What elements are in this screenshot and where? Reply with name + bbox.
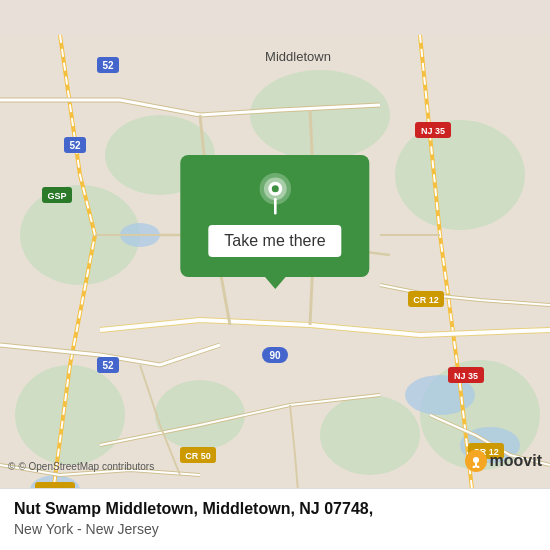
- moovit-logo: moovit: [465, 450, 542, 472]
- svg-text:90: 90: [269, 350, 281, 361]
- attribution: © © OpenStreetMap contributors: [8, 461, 154, 472]
- take-me-there-button[interactable]: Take me there: [208, 225, 341, 257]
- svg-point-6: [320, 395, 420, 475]
- popup-card: Take me there: [180, 155, 369, 277]
- svg-text:52: 52: [102, 60, 114, 71]
- moovit-text: moovit: [490, 452, 542, 470]
- info-bar: Nut Swamp Middletown, Middletown, NJ 077…: [0, 488, 550, 550]
- svg-text:NJ 35: NJ 35: [454, 371, 478, 381]
- svg-point-3: [250, 70, 390, 160]
- svg-text:GSP: GSP: [47, 191, 66, 201]
- svg-point-44: [271, 185, 278, 192]
- svg-text:CR 50: CR 50: [185, 451, 211, 461]
- location-pin-icon: [254, 173, 296, 215]
- copyright-symbol: ©: [8, 461, 15, 472]
- moovit-icon: [465, 450, 487, 472]
- svg-text:CR 12: CR 12: [413, 295, 439, 305]
- svg-text:NJ 35: NJ 35: [421, 126, 445, 136]
- location-sub: New York - New Jersey: [14, 520, 536, 538]
- svg-point-4: [395, 120, 525, 230]
- svg-point-38: [473, 457, 479, 463]
- svg-text:52: 52: [102, 360, 114, 371]
- map-container: 52 52 52 NJ 35 NJ 35 GSP GSP 90 CR 12 CR…: [0, 0, 550, 550]
- svg-point-8: [155, 380, 245, 450]
- svg-text:Middletown: Middletown: [265, 49, 331, 64]
- attribution-text: © OpenStreetMap contributors: [18, 461, 154, 472]
- location-name: Nut Swamp Middletown, Middletown, NJ 077…: [14, 499, 536, 520]
- svg-text:52: 52: [69, 140, 81, 151]
